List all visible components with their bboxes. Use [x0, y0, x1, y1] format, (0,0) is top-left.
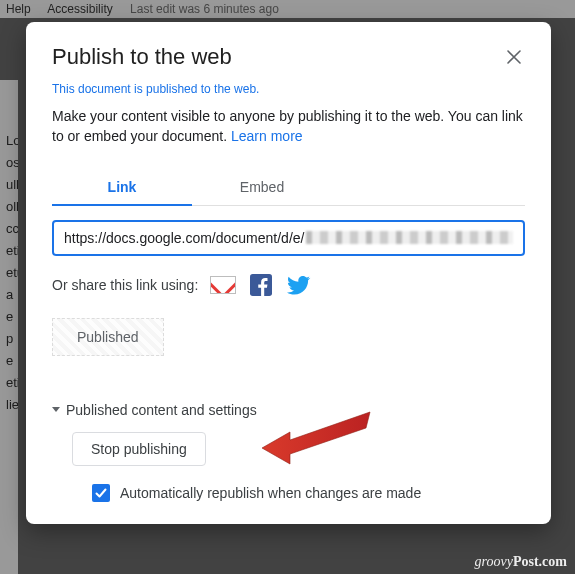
dialog-description: Make your content visible to anyone by p…	[52, 106, 525, 147]
watermark: groovyPost.com	[475, 554, 567, 570]
auto-republish-row: Automatically republish when changes are…	[52, 484, 525, 502]
tab-link[interactable]: Link	[52, 169, 192, 205]
tab-bar: Link Embed	[52, 169, 525, 206]
watermark-suffix: Post.com	[513, 554, 567, 569]
published-badge-row: Published	[52, 318, 525, 356]
close-icon	[507, 50, 521, 64]
share-row: Or share this link using:	[52, 274, 525, 296]
url-visible-part: https://docs.google.com/document/d/e/	[64, 230, 304, 246]
share-gmail-button[interactable]	[210, 274, 236, 296]
publish-dialog: Publish to the web This document is publ…	[26, 22, 551, 524]
watermark-prefix: groovy	[475, 554, 513, 569]
expander-label: Published content and settings	[66, 402, 257, 418]
auto-republish-checkbox[interactable]	[92, 484, 110, 502]
learn-more-link[interactable]: Learn more	[231, 128, 303, 144]
stop-publishing-button[interactable]: Stop publishing	[72, 432, 206, 466]
url-blurred-part	[306, 231, 513, 244]
twitter-icon	[287, 273, 311, 297]
tab-embed[interactable]: Embed	[192, 169, 332, 205]
caret-down-icon	[52, 407, 60, 412]
share-twitter-button[interactable]	[286, 274, 312, 296]
facebook-icon	[250, 274, 272, 296]
publish-url-input[interactable]: https://docs.google.com/document/d/e/	[52, 220, 525, 256]
annotation-arrow-icon	[262, 410, 372, 470]
share-label: Or share this link using:	[52, 277, 198, 293]
publish-status: This document is published to the web.	[52, 82, 525, 96]
published-badge: Published	[52, 318, 164, 356]
settings-expander[interactable]: Published content and settings	[52, 402, 525, 418]
checkmark-icon	[95, 487, 107, 499]
gmail-icon	[210, 276, 236, 294]
svg-marker-1	[262, 412, 370, 464]
share-facebook-button[interactable]	[248, 274, 274, 296]
dialog-title: Publish to the web	[52, 44, 232, 70]
close-button[interactable]	[503, 46, 525, 68]
auto-republish-label: Automatically republish when changes are…	[120, 485, 421, 501]
